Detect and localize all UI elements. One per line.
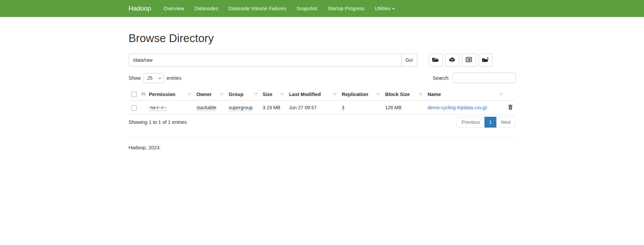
column-header-replication[interactable]: Replication xyxy=(339,88,383,101)
column-header-actions xyxy=(505,88,516,101)
show-label: Show xyxy=(129,75,141,81)
footer-divider xyxy=(129,137,516,137)
select-all-checkbox[interactable] xyxy=(131,92,137,97)
column-header-group[interactable]: Group xyxy=(226,88,260,101)
column-label: Permission xyxy=(149,92,176,97)
pagination: Previous 1 Next xyxy=(457,117,515,128)
replication-value[interactable]: 3 xyxy=(342,105,345,111)
show-entries-control: Show 25 entries xyxy=(129,73,182,83)
previous-page-button[interactable]: Previous xyxy=(457,117,484,128)
cut-paste-button[interactable] xyxy=(462,54,476,67)
size-value: 3.19 MB xyxy=(263,105,280,110)
group-value[interactable]: supergroup xyxy=(229,105,253,111)
column-label: Group xyxy=(229,92,244,97)
column-label: Replication xyxy=(342,92,368,97)
nav-item-overview[interactable]: Overview xyxy=(159,1,189,16)
size-cell: 3.19 MB xyxy=(260,101,287,115)
entries-summary: Showing 1 to 1 of 1 entries xyxy=(129,119,187,125)
permission-cell: -rw-r--r-- xyxy=(146,101,194,115)
table-row: -rw-r--r-- stackable supergroup 3.19 MB … xyxy=(129,101,516,115)
table-controls: Show 25 entries Search: xyxy=(129,73,516,83)
column-label: Name xyxy=(428,92,441,97)
sort-by-attributes-icon[interactable] xyxy=(141,92,146,97)
site-footer-text: Hadoop, 2023. xyxy=(129,145,516,150)
owner-cell: stackable xyxy=(194,101,226,115)
nav-item-startup-progress[interactable]: Startup Progress xyxy=(323,1,370,16)
block-size-value: 128 MB xyxy=(385,105,402,110)
search-label: Search: xyxy=(433,75,450,81)
column-header-permission[interactable]: Permission xyxy=(146,88,194,101)
nav-item-utilities-dropdown[interactable]: Utilities xyxy=(370,1,400,16)
sort-icon xyxy=(376,92,380,97)
nav-item-utilities-label: Utilities xyxy=(375,6,391,11)
column-header-block-size[interactable]: Block Size xyxy=(383,88,425,101)
table-footer: Showing 1 to 1 of 1 entries Previous 1 N… xyxy=(129,117,516,128)
actions-cell xyxy=(505,101,516,115)
nav-item-snapshot[interactable]: Snapshot xyxy=(292,1,323,16)
entries-label: entries xyxy=(167,75,182,81)
sort-icon xyxy=(187,92,191,97)
column-header-owner[interactable]: Owner xyxy=(194,88,226,101)
page-1-button[interactable]: 1 xyxy=(484,117,497,128)
column-label: Block Size xyxy=(385,92,410,97)
next-page-button[interactable]: Next xyxy=(496,117,516,128)
column-label: Owner xyxy=(197,92,212,97)
directory-path-group: Go! xyxy=(129,54,417,67)
name-cell: demo-cycling-tripdata.csv.gz xyxy=(425,101,505,115)
nav-item-datanodes[interactable]: Datanodes xyxy=(189,1,223,16)
pagination-next: Next xyxy=(497,117,516,128)
block-size-cell: 128 MB xyxy=(383,101,425,115)
owner-value[interactable]: stackable xyxy=(197,105,217,111)
page-size-select[interactable]: 25 xyxy=(144,73,164,83)
sort-icon xyxy=(499,92,503,97)
column-header-size[interactable]: Size xyxy=(260,88,287,101)
move-button[interactable] xyxy=(479,54,493,67)
cloud-upload-icon xyxy=(449,57,456,63)
column-header-last-modified[interactable]: Last Modified xyxy=(287,88,339,101)
nav-item-datanode-volume-failures[interactable]: Datanode Volume Failures xyxy=(223,1,292,16)
column-label: Last Modified xyxy=(289,92,321,97)
go-button[interactable]: Go! xyxy=(402,54,417,67)
sort-icon xyxy=(280,92,284,97)
directory-listing-table: Permission Owner Group Size Last Modifie… xyxy=(129,88,516,115)
search-control: Search: xyxy=(433,73,516,83)
last-modified-cell: Jun 27 09:57 xyxy=(287,101,339,115)
delete-file-button[interactable] xyxy=(508,105,513,111)
column-label: Size xyxy=(263,92,273,97)
permission-value[interactable]: -rw-r--r-- xyxy=(149,105,167,111)
replication-cell: 3 xyxy=(339,101,383,115)
folder-open-icon xyxy=(432,57,439,63)
row-checkbox[interactable] xyxy=(131,105,137,111)
group-cell: supergroup xyxy=(226,101,260,115)
folder-move-icon xyxy=(482,57,489,63)
sort-icon xyxy=(220,92,224,97)
sort-icon xyxy=(419,92,423,97)
sort-icon xyxy=(333,92,337,97)
pagination-previous: Previous xyxy=(457,117,484,128)
directory-path-input[interactable] xyxy=(129,54,402,67)
caret-down-icon xyxy=(392,8,395,10)
row-select-cell xyxy=(129,101,146,115)
column-header-name[interactable]: Name xyxy=(425,88,505,101)
select-all-header xyxy=(129,88,146,101)
page-title: Browse Directory xyxy=(129,32,516,45)
create-directory-button[interactable] xyxy=(429,54,443,67)
sort-icon xyxy=(254,92,258,97)
brand-hadoop[interactable]: Hadoop xyxy=(129,5,159,12)
pagination-page-1: 1 xyxy=(485,117,497,128)
file-actions-toolbar xyxy=(429,54,493,67)
table-header-row: Permission Owner Group Size Last Modifie… xyxy=(129,88,516,101)
path-bar-row: Go! xyxy=(129,54,516,67)
upload-files-button[interactable] xyxy=(445,54,459,67)
top-navbar: Hadoop Overview Datanodes Datanode Volum… xyxy=(0,0,644,17)
trash-icon xyxy=(508,106,513,111)
last-modified-value: Jun 27 09:57 xyxy=(289,105,317,110)
file-name-link[interactable]: demo-cycling-tripdata.csv.gz xyxy=(428,105,487,110)
search-input[interactable] xyxy=(453,73,516,83)
list-alt-icon xyxy=(466,57,472,63)
